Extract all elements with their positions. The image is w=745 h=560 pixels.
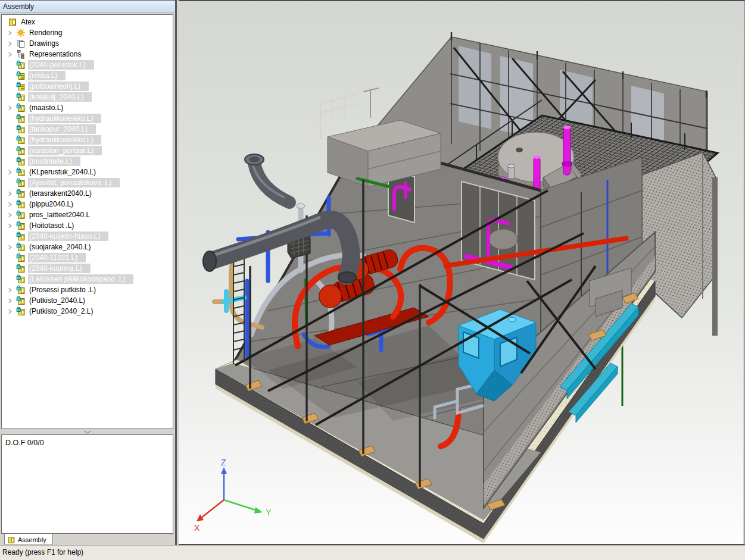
tree-item-label: (Putkisto_2040.L) <box>28 296 88 305</box>
expand-arrow-icon[interactable] <box>5 308 16 315</box>
tree-item[interactable]: (terasrakent2040.L) <box>2 188 173 199</box>
expand-arrow-icon[interactable] <box>5 244 16 251</box>
tree-item[interactable]: (tankopur_2040.L) <box>2 124 173 134</box>
repr-icon <box>16 49 28 59</box>
pane-splitter[interactable] <box>1 429 173 434</box>
tree-item-label: (2040-11221.L) <box>28 253 86 262</box>
tree-item[interactable]: (Hoitotasot .L) <box>2 220 173 231</box>
asm-icon <box>16 146 28 155</box>
expand-arrow-icon[interactable] <box>5 190 16 197</box>
tree-item[interactable]: (2040-11221.L) <box>2 252 173 263</box>
expand-arrow-icon[interactable] <box>5 212 16 218</box>
tree-item-label: (KLperustuk_2040.L) <box>28 167 98 177</box>
expand-arrow-icon[interactable] <box>5 30 16 36</box>
tree-item[interactable]: (2040-perustuk.L) <box>2 60 173 70</box>
expand-arrow-icon[interactable] <box>5 169 16 176</box>
asm-icon <box>16 199 28 209</box>
tree-item[interactable]: Representations <box>2 49 173 60</box>
expand-arrow-icon[interactable] <box>5 105 16 111</box>
chevron-down-icon <box>83 430 92 434</box>
tab-assembly-label: Assembly <box>18 536 46 543</box>
3d-viewport[interactable]: Z X Y <box>179 0 745 545</box>
asm2-icon <box>16 71 28 80</box>
tree-item-label: (varaston_portaat.L) <box>28 146 102 155</box>
tab-assembly[interactable]: Assembly <box>4 534 53 545</box>
asm-icon <box>16 264 28 273</box>
asm-icon <box>16 296 28 305</box>
assembly-icon <box>7 536 15 544</box>
expand-arrow-icon[interactable] <box>5 298 16 304</box>
tree-item-label: (Laitoksen pääkokoonpano .L) <box>28 274 133 284</box>
axis-z-label: Z <box>221 458 226 467</box>
tree-item[interactable]: pros_laitteet2040.L <box>2 209 173 220</box>
tree-item-label: (polttoaineohj.L) <box>28 82 89 91</box>
tree-item[interactable]: (hydraulikoneikko.L) <box>2 113 173 124</box>
asm-icon <box>16 178 28 187</box>
tree-item-label: Representations <box>28 49 83 59</box>
tree-item-label: Rendering <box>28 28 64 37</box>
asm-icon <box>16 135 28 145</box>
tree-item[interactable]: (Putkisto_2040_2.L) <box>2 306 173 317</box>
tree-item[interactable]: (suojarake_2040.L) <box>2 242 173 252</box>
expand-arrow-icon[interactable] <box>5 51 16 58</box>
tree-item-label: (nostinlaite.L) <box>28 157 80 166</box>
tree-item[interactable]: (2040-kuorma.L) <box>2 263 173 274</box>
expand-arrow-icon[interactable] <box>5 287 16 293</box>
asm-icon <box>16 242 28 252</box>
root-icon <box>8 17 20 27</box>
tree-item-label: (hydraulikoneikko.L) <box>28 114 101 123</box>
dof-readout: D.O.F 0/0/0 <box>2 435 173 447</box>
asm-icon <box>16 60 28 70</box>
dof-pane: D.O.F 0/0/0 <box>1 434 173 534</box>
tree-item[interactable]: (Laitoksen pääkokoonpano .L) <box>2 274 173 284</box>
asm-icon <box>16 253 28 262</box>
tree-item[interactable]: (Putkisto_2040.L) <box>2 295 173 306</box>
tree-item[interactable]: (nostinlaite.L) <box>2 156 173 167</box>
axis-x-label: X <box>194 523 200 533</box>
expand-arrow-icon[interactable] <box>5 201 16 208</box>
asm-icon <box>16 114 28 123</box>
tree-item[interactable]: (maasto.L) <box>2 102 173 113</box>
tree-item-label: (Putkisto_2040_2.L) <box>28 306 95 316</box>
asm-icon <box>16 189 28 198</box>
tree-item[interactable]: (KLperustuk_2040.L) <box>2 167 173 177</box>
status-message: Ready (press F1 for help) <box>2 548 83 556</box>
axis-y-label: Y <box>266 508 272 517</box>
tree-item-label: (Prosessi putkisto .L) <box>28 285 98 295</box>
tree-item-label: (pippu2040.L) <box>28 199 76 209</box>
tree-item[interactable]: (hydraulikoneikko.L) <box>2 134 173 145</box>
tree-item-label: Atex <box>20 17 38 27</box>
tree-item-label: (2040-kuorma.L) <box>28 264 91 273</box>
tree-item[interactable]: (polttoaineohj.L) <box>2 81 173 92</box>
tree-item[interactable]: (varaston_portaat.L) <box>2 145 173 156</box>
tree-item-label: (Ajosillat, periaatekuva .L) <box>28 178 120 187</box>
asm-icon <box>16 157 28 166</box>
tree-item-label: (terasrakent2040.L) <box>28 189 94 198</box>
tree-item[interactable]: (pippu2040.L) <box>2 199 173 209</box>
tree-item[interactable]: Drawings <box>2 38 173 49</box>
tree-item[interactable]: (rekka.L) <box>2 70 173 81</box>
expand-arrow-icon[interactable] <box>5 40 16 47</box>
asm-icon <box>16 231 28 241</box>
tree-item-label: pros_laitteet2040.L <box>28 210 92 220</box>
asm-icon <box>16 306 28 316</box>
sun-icon <box>16 28 28 37</box>
tree-item-label: (kolakulj_2040.L) <box>28 92 92 102</box>
expand-arrow-icon[interactable] <box>5 223 16 229</box>
tree-item[interactable]: Atex <box>2 17 173 27</box>
tree-item[interactable]: (kolakulj_2040.L) <box>2 92 173 102</box>
tree-item-label: (hydraulikoneikko.L) <box>28 135 101 145</box>
asm-icon <box>16 221 28 230</box>
tree-item-label: (rekka.L) <box>28 71 66 80</box>
tree-item[interactable]: (Prosessi putkisto .L) <box>2 284 173 295</box>
asm-icon <box>16 274 28 284</box>
status-bar: Ready (press F1 for help) <box>0 545 745 560</box>
tree-item[interactable]: (2040-kuljetin-htaso.L) <box>2 231 173 242</box>
asm-icon <box>16 124 28 134</box>
tree-item[interactable]: (Ajosillat, periaatekuva .L) <box>2 177 173 188</box>
asm-icon <box>16 167 28 177</box>
tree-item[interactable]: Rendering <box>2 27 173 38</box>
tree-item-label: (maasto.L) <box>28 103 66 112</box>
assembly-tree[interactable]: AtexRenderingDrawingsRepresentations(204… <box>1 14 173 429</box>
panel-tab-bar: Assembly <box>0 534 175 545</box>
